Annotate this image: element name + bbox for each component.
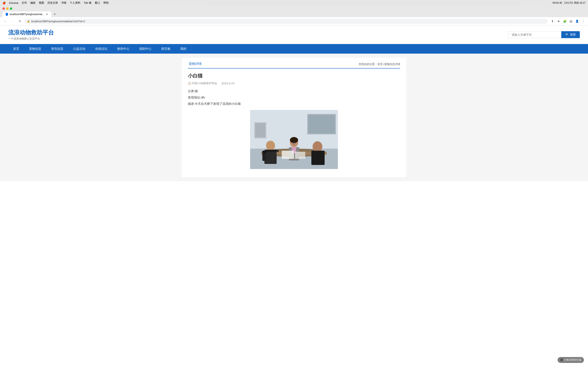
animal-location: 发现地址:dfv	[188, 96, 400, 100]
nav-item-news[interactable]: 资讯信息	[46, 44, 68, 54]
menubar-window[interactable]: 窗口	[95, 1, 100, 5]
menubar-view[interactable]: 视图	[39, 1, 44, 5]
extensions-icon[interactable]: 🧩	[562, 19, 567, 24]
share-icon[interactable]: ⬆	[550, 19, 555, 24]
svg-point-7	[266, 141, 275, 150]
site-logo-area: 流浪动物救助平台 一个流浪动物爱心交流平台	[8, 29, 54, 41]
menubar-file[interactable]: 文件	[22, 1, 27, 5]
menubar-profile[interactable]: 个人资料	[70, 1, 80, 5]
profile-icon[interactable]: 👤	[575, 19, 579, 24]
new-tab-button[interactable]: +	[52, 11, 58, 17]
page-title-row: 宠物详情 您现在的位置：首页>宠物信息详情	[188, 62, 400, 68]
address-bar-row: ← → ↻ 🔒 localhost:8887/yonghu/animaldeta…	[0, 17, 588, 25]
address-icons: ⬆ ★ 🧩 ▤ 👤 ⋮	[550, 19, 586, 24]
maximize-window-button[interactable]	[10, 7, 12, 10]
animal-description: 描述:今天在天桥下发现了流浪的小白猫	[188, 102, 400, 106]
menubar-bookmarks[interactable]: 书签	[61, 1, 67, 5]
refresh-button[interactable]: ↻	[17, 18, 23, 24]
nav-item-guestbook[interactable]: 留言板	[156, 44, 175, 54]
nav-item-donate[interactable]: 捐助中心	[134, 44, 156, 54]
nav-item-pets[interactable]: 宠物信息	[24, 44, 46, 54]
browser-tab-active[interactable]: localhost:8887/yonghu/animal... ✕	[2, 11, 52, 17]
menubar-tab[interactable]: Tab 键	[84, 1, 91, 5]
svg-point-15	[292, 142, 294, 143]
page-title-tab: 宠物详情	[188, 62, 203, 68]
bookmark-icon[interactable]: ★	[556, 19, 561, 24]
meta-date: 2019-4-23	[221, 82, 234, 85]
svg-rect-18	[311, 151, 325, 165]
animal-name: 小白猫	[188, 73, 400, 79]
tab-close-button[interactable]: ✕	[46, 13, 48, 16]
address-bar[interactable]: 🔒 localhost:8887/yonghu/animaldetail.htm…	[25, 19, 548, 24]
watermark: 🎥 小熊录屏MAC版	[558, 357, 584, 363]
site-content: 流浪动物救助平台 一个流浪动物爱心交流平台 🔍 搜索 首页 宠物信息 资讯信息 …	[0, 25, 588, 181]
menubar-help[interactable]: 帮助	[103, 1, 109, 5]
svg-rect-19	[262, 151, 267, 153]
svg-point-12	[290, 137, 298, 143]
menubar: 🍎 Chrome 文件 编辑 视图 历史记录 书签 个人资料 Tab 键 窗口 …	[0, 0, 588, 6]
nav-item-forum[interactable]: 在线论坛	[90, 44, 112, 54]
lock-icon: 🔒	[27, 20, 30, 23]
menubar-left: 🍎 Chrome 文件 编辑 视图 历史记录 书签 个人资料 Tab 键 窗口 …	[2, 1, 109, 5]
watermark-label: 🎥 小熊录屏MAC版	[560, 358, 581, 362]
search-btn-label: 搜索	[570, 33, 576, 36]
back-button[interactable]: ←	[2, 18, 8, 24]
animal-image-svg	[250, 110, 338, 169]
apple-menu[interactable]: 🍎	[2, 1, 6, 4]
svg-rect-23	[255, 123, 265, 137]
browser-window: localhost:8887/yonghu/animal... ✕ + ← → …	[0, 6, 588, 367]
menubar-edit[interactable]: 编辑	[30, 1, 35, 5]
svg-rect-10	[267, 150, 279, 152]
menubar-app-name[interactable]: Chrome	[9, 1, 18, 4]
site-logo-subtitle: 一个流浪动物爱心交流平台	[8, 37, 54, 41]
content-wrapper: 宠物详情 您现在的位置：首页>宠物信息详情 小白猫 中国小动物保护协会 2019…	[0, 54, 588, 181]
menubar-history[interactable]: 历史记录	[47, 1, 58, 5]
tab-label: localhost:8887/yonghu/animal...	[9, 13, 44, 16]
url-display: localhost:8887/yonghu/animaldetail.html?…	[31, 20, 545, 23]
animal-image	[250, 110, 338, 169]
search-icon: 🔍	[565, 33, 569, 36]
menubar-datetime: 2月17日 周四 16:17	[564, 1, 586, 5]
search-area: 🔍 搜索	[508, 31, 580, 38]
svg-point-17	[312, 141, 322, 152]
minimize-window-button[interactable]	[6, 7, 9, 10]
search-input[interactable]	[508, 31, 561, 38]
site-logo-title[interactable]: 流浪动物救助平台	[8, 29, 54, 36]
nav-item-mine[interactable]: 我的	[175, 44, 191, 54]
sidebar-toggle-icon[interactable]: ▤	[568, 19, 573, 24]
animal-image-container	[188, 110, 400, 169]
tab-favicon	[6, 13, 8, 16]
forward-button[interactable]: →	[10, 18, 16, 24]
menubar-time: 00:02:40	[553, 1, 562, 4]
traffic-lights	[2, 7, 586, 10]
nav-item-activities[interactable]: 公益活动	[68, 44, 90, 54]
svg-rect-21	[295, 152, 305, 159]
tab-bar: localhost:8887/yonghu/animal... ✕ +	[2, 11, 586, 17]
close-window-button[interactable]	[2, 7, 5, 10]
svg-point-16	[294, 142, 296, 143]
meta-organization: 中国小动物保护协会	[188, 82, 217, 85]
menu-icon[interactable]: ⋮	[581, 19, 586, 24]
site-header: 流浪动物救助平台 一个流浪动物爱心交流平台 🔍 搜索	[0, 25, 588, 44]
animal-category: 分类:猫	[188, 89, 400, 93]
nav-item-home[interactable]: 首页	[8, 44, 24, 54]
svg-rect-20	[282, 151, 294, 159]
svg-rect-4	[308, 115, 335, 133]
site-nav: 首页 宠物信息 资讯信息 公益活动 在线论坛 救助中心 捐助中心 留言板 我的	[0, 44, 588, 54]
animal-meta: 中国小动物保护协会 2019-4-23	[188, 82, 400, 85]
search-button[interactable]: 🔍 搜索	[561, 31, 580, 38]
menubar-right: 00:02:40 2月17日 周四 16:17	[553, 1, 586, 5]
browser-chrome: localhost:8887/yonghu/animal... ✕ +	[0, 6, 588, 17]
breadcrumb: 您现在的位置：首页>宠物信息详情	[359, 62, 400, 66]
inner-card: 宠物详情 您现在的位置：首页>宠物信息详情 小白猫 中国小动物保护协会 2019…	[182, 58, 406, 177]
nav-item-rescue[interactable]: 救助中心	[112, 44, 134, 54]
